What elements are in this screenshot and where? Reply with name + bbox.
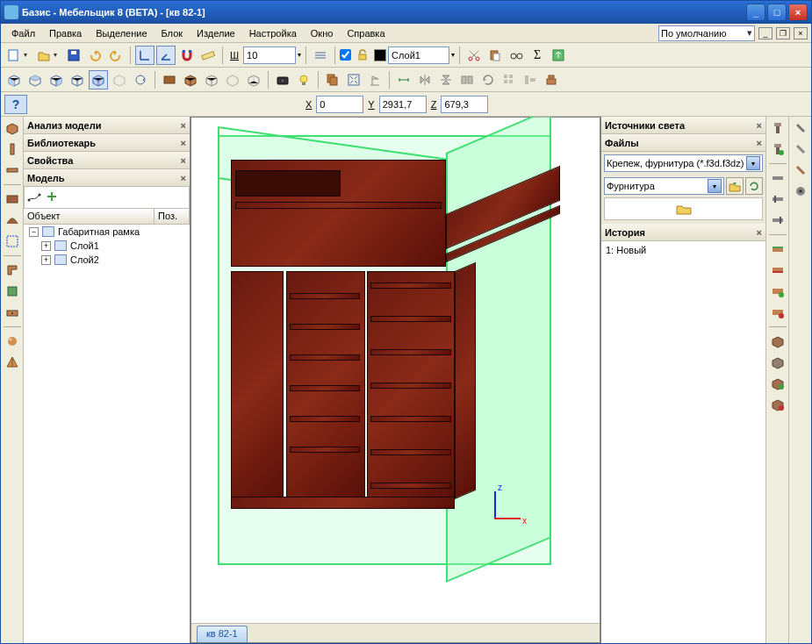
edge-1-button[interactable] [768,240,787,259]
menu-help[interactable]: Справка [340,26,392,40]
magnet-button[interactable] [177,46,197,65]
box-add-button[interactable] [768,374,787,393]
preset-combo[interactable]: По умолчанию [658,25,755,41]
open-button[interactable] [34,46,54,65]
col-pos[interactable]: Поз. [154,209,190,224]
panel-model-header[interactable]: Модель × [24,169,190,187]
pyramid-button[interactable] [3,353,22,372]
history-list[interactable]: 1: Новый [601,241,765,643]
screw-4-button[interactable] [791,182,810,201]
edge-2-button[interactable] [768,261,787,280]
hardware-2-button[interactable] [768,190,787,209]
lock-button[interactable] [353,46,372,65]
panel-properties-header[interactable]: Свойства × [24,152,190,169]
edge-remove-button[interactable] [768,303,787,322]
rotate-button[interactable] [478,70,498,89]
close-icon[interactable]: × [757,227,762,238]
transparent-cube-button[interactable] [223,70,242,89]
panel-horiz-button[interactable] [3,161,22,180]
export-button[interactable] [549,46,568,65]
flip-button[interactable] [457,70,477,89]
dropdown-arrow-icon[interactable]: ▾ [24,51,32,59]
drawer-button[interactable] [3,303,22,322]
col-object[interactable]: Объект [24,209,154,224]
furniture-combo[interactable]: Фурнитура ▾ [604,177,724,195]
edge-add-button[interactable] [768,282,787,301]
glasses-button[interactable] [507,46,526,65]
refresh-button[interactable] [745,177,763,195]
align-button[interactable] [521,70,540,89]
mirror-h-button[interactable] [415,70,435,89]
menu-file[interactable]: Файл [4,26,42,40]
close-icon[interactable]: × [181,138,186,148]
shaded-cube-button[interactable] [181,70,200,89]
help-button[interactable]: ? [4,95,27,114]
collapse-icon[interactable]: − [29,227,39,237]
expand-icon[interactable]: + [41,255,51,265]
menu-block[interactable]: Блок [154,26,190,40]
width-input[interactable] [243,47,296,64]
redo-button[interactable] [106,46,126,65]
explode-button[interactable] [542,70,561,89]
cut-button[interactable] [464,46,484,65]
mdi-restore-button[interactable]: ❐ [776,27,790,39]
menu-edit[interactable]: Правка [42,26,89,40]
panel-cube-button[interactable] [3,118,22,138]
layer-name-input[interactable] [388,47,449,64]
box-remove-button[interactable] [768,395,787,414]
new-button[interactable] [4,46,24,65]
expand-icon[interactable]: + [41,241,51,251]
3d-view[interactable]: z x [191,118,600,623]
view-iso-button[interactable] [89,70,108,89]
file-browser[interactable] [604,197,763,220]
camera-button[interactable] [273,70,292,89]
select-rect-button[interactable] [3,232,22,251]
menu-product[interactable]: Изделие [190,26,242,40]
hidden-cube-button[interactable] [202,70,221,89]
ruler-button[interactable] [198,46,218,65]
wireframe-cube-button[interactable] [244,70,263,89]
maximize-button[interactable]: □ [767,4,787,21]
tree-node-root[interactable]: − Габаритная рамка [24,225,190,239]
view-front-button[interactable] [4,70,24,89]
lines-button[interactable] [311,46,330,65]
minimize-button[interactable]: _ [746,4,765,21]
screw-2-button[interactable] [791,140,810,159]
copy-button[interactable] [323,70,342,89]
dropdown-arrow-icon[interactable]: ▾ [54,51,62,59]
view-top-button[interactable] [25,70,45,89]
viewport[interactable]: z x кв 82-1 [190,117,600,643]
file-filter-combo[interactable]: Крепеж, фурнитура (*.f3d.f3dz) ▾ [604,154,763,172]
add-fastener-button[interactable] [768,140,787,159]
close-icon[interactable]: × [757,120,762,131]
add-node-button[interactable] [45,190,59,205]
history-item[interactable]: 1: Новый [604,244,763,256]
view-back-button[interactable] [68,70,87,89]
array-button[interactable] [499,70,519,89]
mirror-v-button[interactable] [436,70,456,89]
dropdown-arrow-icon[interactable]: ▾ [708,179,722,193]
x-input[interactable] [316,96,363,113]
screw-1-button[interactable] [791,118,810,138]
close-button[interactable]: × [788,4,808,21]
dropdown-arrow-icon[interactable]: ▾ [298,51,301,59]
close-icon[interactable]: × [757,138,762,148]
tree-node-layer2[interactable]: + Слой2 [24,253,190,267]
y-input[interactable] [379,96,427,113]
material-wood-button[interactable] [160,70,179,89]
close-icon[interactable]: × [181,155,186,166]
box-2-button[interactable] [768,353,787,372]
box-1-button[interactable] [768,332,787,351]
rotate-view-button[interactable] [131,70,150,89]
undo-button[interactable] [85,46,104,65]
mdi-close-button[interactable]: × [794,27,808,39]
front-green-button[interactable] [3,282,22,301]
layer-color-swatch[interactable] [374,49,386,61]
save-button[interactable] [64,46,83,65]
profile-button[interactable] [3,261,22,280]
close-icon[interactable]: × [181,120,186,131]
panel-history-header[interactable]: История × [601,224,765,241]
panel-vert-button[interactable] [3,140,22,159]
path-tool-button[interactable] [27,190,41,205]
z-input[interactable] [441,96,488,113]
